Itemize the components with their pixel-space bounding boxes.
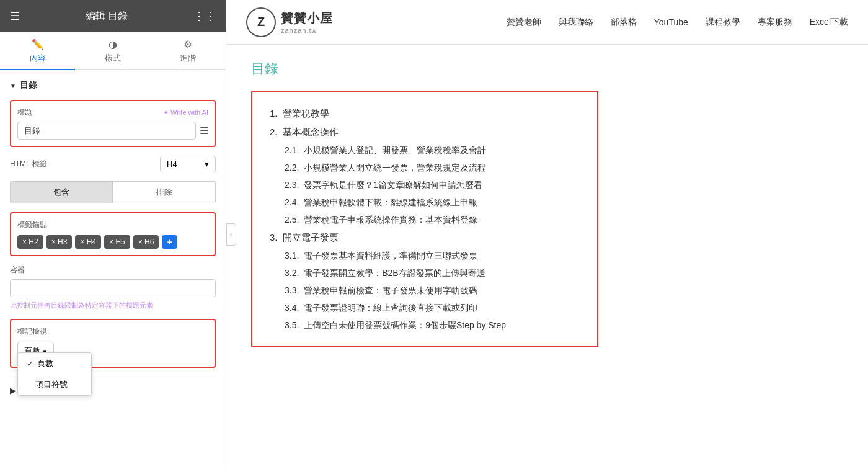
toc-item-3-2: 3.2. 電子發票開立教學：B2B存證發票的上傳與寄送 (270, 264, 580, 282)
toc-item-2-5: 2.5. 營業稅電子申報系統操作實務：基本資料登錄 (270, 211, 580, 228)
include-button[interactable]: 包含 (10, 181, 113, 203)
anchor-tags: × H2 × H3 × H4 × H5 × H6 + (17, 235, 208, 249)
arrow-down-icon: ▼ (10, 83, 16, 89)
marker-label: 標記檢視 (17, 326, 208, 337)
toc-item-1: 1. 營業稅教學 (270, 104, 580, 123)
title-input[interactable] (17, 122, 196, 140)
logo-text: 贊贊小屋 (281, 10, 333, 27)
toc-item-3-1: 3.1. 電子發票基本資料維護，準備開立三聯式發票 (270, 247, 580, 264)
main-content: ‹ Z 贊贊小屋 zanzan.tw 贊贊老師 與我聯絡 部落格 YouTube… (226, 0, 868, 469)
section-header[interactable]: ▼ 目錄 (10, 80, 216, 91)
toc-heading: 目錄 (251, 60, 843, 78)
anchor-tag-h5[interactable]: × H5 (104, 235, 130, 249)
anchor-tag-h6[interactable]: × H6 (133, 235, 159, 249)
edit-icon: ✏️ (32, 38, 44, 50)
toc-item-2-4: 2.4. 營業稅申報軟體下載：離線建檔系統線上申報 (270, 194, 580, 211)
marker-option-bullets[interactable]: 項目符號 (18, 374, 91, 395)
anchor-tag-h4[interactable]: × H4 (75, 235, 101, 249)
chevron-down-icon: ▾ (205, 159, 209, 169)
exclude-button[interactable]: 排除 (113, 181, 216, 203)
grid-icon[interactable]: ⋮⋮ (193, 9, 216, 23)
logo-letter: Z (257, 15, 265, 29)
anchor-tag-h2[interactable]: × H2 (17, 235, 43, 249)
tab-advanced[interactable]: ⚙ 進階 (151, 32, 226, 70)
logo-text-area: 贊贊小屋 zanzan.tw (281, 10, 333, 34)
style-icon: ◑ (108, 38, 117, 50)
tab-advanced-label: 進階 (180, 53, 196, 64)
logo-icon: Z (246, 7, 276, 37)
nav-link-teacher[interactable]: 贊贊老師 (507, 17, 541, 28)
container-label: 容器 (10, 265, 216, 275)
html-tag-value: H4 (167, 159, 177, 169)
container-hint: 此控制元件將目錄限制為特定容器下的標題元素 (10, 301, 216, 310)
html-tag-label: HTML 標籤 (10, 159, 47, 169)
logo-area: Z 贊贊小屋 zanzan.tw (246, 7, 333, 37)
write-with-ai-button[interactable]: ✦ Write with AI (163, 109, 208, 117)
title-label: 標題 (17, 107, 32, 118)
top-nav: Z 贊贊小屋 zanzan.tw 贊贊老師 與我聯絡 部落格 YouTube 課… (226, 0, 868, 45)
html-tag-row: HTML 標籤 H4 ▾ (10, 156, 216, 172)
marker-group: 標記檢視 頁數 ▾ 頁數 項目符號 (10, 319, 216, 368)
toc-item-2-1: 2.1. 小規模營業人登記、開發票、營業稅稅率及會計 (270, 141, 580, 159)
toc-list: 1. 營業稅教學 2. 基本概念操作 2.1. 小規模營業人登記、開發票、營業稅… (270, 104, 580, 334)
marker-option-pages[interactable]: 頁數 (18, 353, 91, 374)
toc-item-2-3: 2.3. 發票字軌是什麼？1篇文章瞭解如何申請怎麼看 (270, 176, 580, 194)
html-tag-select[interactable]: H4 ▾ (160, 156, 216, 172)
container-input[interactable] (10, 279, 216, 297)
toc-item-3-4: 3.4. 電子發票證明聯：線上查詢後直接下載或列印 (270, 299, 580, 316)
nav-link-excel[interactable]: Excel下載 (810, 17, 848, 28)
content-area: 目錄 1. 營業稅教學 2. 基本概念操作 2.1. 小規模營業人登記、開發票、… (226, 45, 868, 469)
arrow-right-icon: ▶ (10, 386, 16, 395)
content-inner: 目錄 1. 營業稅教學 2. 基本概念操作 2.1. 小規模營業人登記、開發票、… (226, 45, 868, 469)
anchors-label: 標籤錨點 (17, 220, 208, 230)
nav-links: 贊贊老師 與我聯絡 部落格 YouTube 課程教學 專案服務 Excel下載 (507, 17, 848, 28)
include-exclude-row: 包含 排除 (10, 181, 216, 203)
toc-box: 1. 營業稅教學 2. 基本概念操作 2.1. 小規模營業人登記、開發票、營業稅… (251, 91, 598, 347)
toc-item-3: 3. 開立電子發票 (270, 228, 580, 247)
tab-content[interactable]: ✏️ 內容 (0, 32, 75, 70)
nav-link-blog[interactable]: 部落格 (611, 17, 637, 28)
toc-item-3-5: 3.5. 上傳空白未使用發票號碼作業：9個步驟Step by Step (270, 316, 580, 334)
container-section: 容器 此控制元件將目錄限制為特定容器下的標題元素 (10, 265, 216, 310)
collapse-handle[interactable]: ‹ (226, 223, 236, 246)
list-icon[interactable]: ☰ (200, 125, 208, 136)
nav-link-contact[interactable]: 與我聯絡 (559, 17, 593, 28)
tab-style[interactable]: ◑ 樣式 (75, 32, 150, 70)
nav-link-youtube[interactable]: YouTube (654, 17, 688, 27)
gear-icon: ⚙ (184, 38, 192, 50)
nav-link-services[interactable]: 專案服務 (758, 17, 792, 28)
anchors-group: 標籤錨點 × H2 × H3 × H4 × H5 × H6 + (10, 212, 216, 256)
title-field-group: 標題 ✦ Write with AI ☰ (10, 100, 216, 147)
sidebar: ☰ 編輯 目錄 ⋮⋮ ✏️ 內容 ◑ 樣式 ⚙ 進階 ▼ 目錄 標題 ✦ Wri… (0, 0, 226, 469)
sidebar-tabs: ✏️ 內容 ◑ 樣式 ⚙ 進階 (0, 32, 226, 70)
title-input-row: ☰ (17, 122, 208, 140)
hamburger-icon[interactable]: ☰ (10, 9, 20, 23)
toc-item-2-2: 2.2. 小規模營業人開立統一發票，營業稅規定及流程 (270, 159, 580, 176)
anchor-tag-add-button[interactable]: + (162, 235, 177, 249)
toc-item-3-3: 3.3. 營業稅申報前檢查：電子發票未使用字軌號碼 (270, 282, 580, 299)
sidebar-body: ▼ 目錄 標題 ✦ Write with AI ☰ HTML 標籤 H4 ▾ 包… (0, 70, 226, 469)
tab-content-label: 內容 (30, 53, 46, 64)
tab-style-label: 樣式 (105, 53, 121, 64)
sidebar-header: ☰ 編輯 目錄 ⋮⋮ (0, 0, 226, 32)
title-field-label-row: 標題 ✦ Write with AI (17, 107, 208, 118)
nav-link-courses[interactable]: 課程教學 (706, 17, 740, 28)
sidebar-title: 編輯 目錄 (86, 10, 128, 23)
section-title: 目錄 (20, 80, 37, 91)
logo-sub: zanzan.tw (281, 27, 333, 34)
anchor-tag-h3[interactable]: × H3 (46, 235, 73, 249)
marker-popup: 頁數 項目符號 (17, 352, 92, 396)
toc-item-2: 2. 基本概念操作 (270, 123, 580, 141)
